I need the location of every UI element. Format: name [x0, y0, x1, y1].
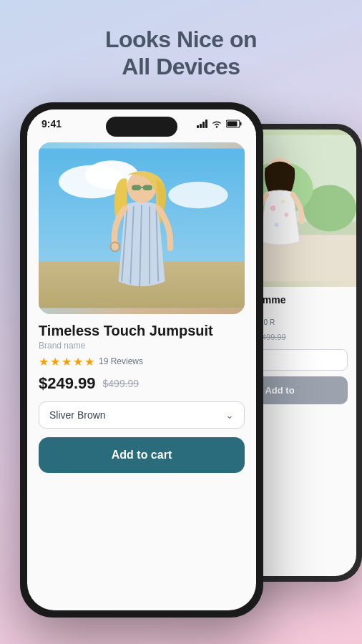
star-1: ★: [39, 355, 49, 369]
product-stars: ★ ★ ★ ★ ★: [39, 355, 94, 369]
battery-icon: [226, 119, 242, 128]
svg-point-29: [112, 243, 118, 250]
svg-rect-13: [240, 122, 242, 125]
star-5: ★: [84, 355, 94, 369]
signal-icon: [197, 119, 207, 128]
product-image: [39, 142, 245, 314]
price-original: $499.99: [103, 378, 140, 389]
svg-point-18: [168, 182, 228, 208]
product-name: Timeless Touch Jumpsuit: [39, 323, 245, 339]
phone-main: 9:41: [20, 102, 263, 618]
svg-point-7: [270, 205, 275, 210]
product-image-svg: [39, 142, 245, 314]
svg-point-11: [216, 126, 217, 127]
brand-name: Brand name: [39, 341, 245, 351]
svg-point-10: [281, 200, 285, 204]
color-select-dropdown[interactable]: Sliver Brown ⌄: [39, 401, 245, 429]
svg-rect-14: [228, 121, 238, 126]
rating-row: ★ ★ ★ ★ ★ 19 Reviews: [39, 355, 245, 369]
svg-point-9: [275, 223, 279, 227]
star-2: ★: [50, 355, 60, 369]
price-row: $249.99 $499.99: [39, 374, 245, 393]
svg-rect-26: [132, 185, 141, 190]
color-select-value: Sliver Brown: [49, 409, 106, 421]
status-time: 9:41: [41, 118, 62, 130]
product-card: Timeless Touch Jumpsuit Brand name ★ ★ ★…: [27, 134, 256, 484]
svg-rect-27: [143, 185, 152, 190]
svg-point-8: [285, 213, 289, 217]
reviews-count: 19 Reviews: [99, 356, 143, 366]
status-icons: [197, 119, 242, 128]
devices-container: Classic Summe Brand name ★ ★ ★ ★ ★ 20 R …: [0, 95, 362, 639]
wifi-icon: [211, 119, 222, 128]
star-3: ★: [62, 355, 72, 369]
price-current: $249.99: [39, 374, 96, 393]
dynamic-island: [106, 117, 177, 137]
add-to-cart-button[interactable]: Add to cart: [39, 437, 245, 473]
page-title: Looks Nice on All Devices: [105, 26, 257, 81]
star-4: ★: [73, 355, 83, 369]
phone-main-inner: 9:41: [27, 109, 256, 610]
chevron-down-icon: ⌄: [225, 409, 234, 421]
